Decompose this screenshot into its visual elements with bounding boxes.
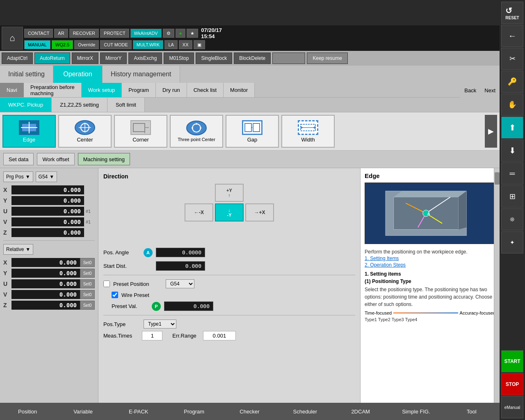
settings-icon-button[interactable]: ⚙	[163, 29, 174, 38]
set-data-button[interactable]: Set data	[3, 153, 34, 165]
z-set-button[interactable]: Set0	[80, 301, 95, 310]
y-set-button[interactable]: Set0	[80, 269, 95, 278]
x-set-button[interactable]: Set0	[80, 258, 95, 267]
pickup-edge-button[interactable]: Edge	[2, 115, 56, 148]
empty-button[interactable]	[272, 52, 305, 64]
autoreturn-button[interactable]: AutoReturn	[34, 52, 70, 64]
dir-minus-x-button[interactable]: ←-X	[185, 203, 213, 221]
pickup-3point-button[interactable]: Three point Center	[170, 115, 223, 148]
footer-variable[interactable]: Variable	[55, 403, 111, 420]
g54-dropdown[interactable]: G54 ▼	[36, 171, 57, 182]
back-button[interactable]: Back	[460, 83, 480, 98]
xx-button[interactable]: XX	[179, 40, 192, 49]
tab-checklist[interactable]: Check list	[187, 83, 224, 97]
manual-button[interactable]: MANUAL	[24, 40, 50, 49]
prg-pos-dropdown[interactable]: Prg Pos ▼	[3, 171, 33, 182]
err-range-input[interactable]	[203, 331, 236, 340]
m01stop-button[interactable]: M01Stop	[164, 52, 194, 64]
footer-position[interactable]: Position	[0, 403, 55, 420]
stop-button[interactable]: STOP	[501, 373, 523, 395]
footer-epack[interactable]: E-PACK	[111, 403, 167, 420]
meas-times-input[interactable]	[142, 331, 162, 340]
pickup-corner-button[interactable]: Corner	[114, 115, 167, 148]
blockdelete-button[interactable]: BlockDelete	[234, 52, 271, 64]
footer-tool[interactable]: Tool	[444, 403, 500, 420]
camera-button[interactable]: ⊞	[501, 185, 523, 208]
wire-preset-checkbox[interactable]	[112, 292, 118, 298]
wire-button[interactable]: ❊	[501, 208, 523, 231]
relative-dropdown[interactable]: Relative ▼	[3, 244, 33, 255]
work-offset-button[interactable]: Work offset	[37, 153, 74, 165]
cutmode-button[interactable]: CUT MODE	[100, 40, 131, 49]
footer-simplefig[interactable]: Simple FIG.	[388, 403, 444, 420]
download-button[interactable]: ⬇	[501, 139, 523, 162]
cut-button[interactable]: ✂	[501, 48, 523, 70]
ar-button[interactable]: AR	[54, 29, 68, 38]
tab-initial-setting[interactable]: Initial setting	[0, 66, 53, 83]
pickup-gap-button[interactable]: Gap	[226, 115, 279, 148]
protect-button[interactable]: PROTECT	[100, 29, 129, 38]
dir-minus-y-button[interactable]: ↓ -Y	[215, 203, 244, 221]
tab-operation[interactable]: Operation	[53, 66, 103, 83]
footer-scheduler[interactable]: Scheduler	[278, 403, 333, 420]
tab-wkpc-pickup[interactable]: WKPC. Pickup	[0, 98, 52, 112]
contact-button[interactable]: CONTACT	[24, 29, 53, 38]
footer-checker[interactable]: Checker	[222, 403, 277, 420]
machining-setting-button[interactable]: Machining setting	[78, 153, 130, 165]
tab-preparation[interactable]: Preparation beforemachning	[24, 83, 82, 97]
pos-angle-input[interactable]	[156, 248, 205, 257]
star-button[interactable]: ★	[187, 29, 198, 38]
next-button[interactable]: Next	[480, 83, 500, 98]
multwrk-button[interactable]: MULT.WRK	[133, 40, 164, 49]
adaptctrl-button[interactable]: AdaptCtrl	[2, 52, 33, 64]
tab-monitor[interactable]: Monitor	[224, 83, 255, 97]
hand-button[interactable]: ✋	[501, 94, 523, 116]
tab-navi[interactable]: Navi	[0, 83, 24, 97]
pickup-center-button[interactable]: Center	[58, 115, 112, 148]
mirrorx-button[interactable]: MirrorX	[72, 52, 98, 64]
start-button[interactable]: START	[501, 350, 523, 372]
status-dot-button[interactable]: ●	[176, 29, 186, 38]
tab-softlimit[interactable]: Soft limit	[107, 98, 145, 112]
help-link-2[interactable]: 2. Operation Steps	[365, 262, 495, 268]
singleblock-button[interactable]: SingleBlock	[196, 52, 232, 64]
pos-type-select[interactable]: Type1Type2Type3Type4	[144, 320, 176, 329]
key-button[interactable]: 🔑	[501, 71, 523, 93]
mirrory-button[interactable]: MirrorY	[100, 52, 127, 64]
start-dist-input[interactable]	[156, 261, 205, 271]
tab-history[interactable]: History management	[103, 66, 180, 83]
level-button[interactable]: ═	[501, 162, 523, 185]
recover-button[interactable]: RECOVER	[69, 29, 99, 38]
g54-select[interactable]: G54	[166, 279, 194, 288]
u-set-button[interactable]: Set0	[80, 279, 95, 288]
wq25-button[interactable]: WQ2.5	[52, 40, 73, 49]
preset-position-checkbox[interactable]	[103, 281, 110, 287]
tab-z1z2z5[interactable]: Z1,Z2,Z5 setting	[52, 98, 107, 112]
back-nav-button[interactable]: ←	[501, 25, 523, 47]
preset-val-input[interactable]	[164, 301, 213, 311]
spark-button[interactable]: ✦	[501, 231, 523, 253]
wkintadv-button[interactable]: WkAIntADV	[130, 29, 162, 38]
footer-2dcam[interactable]: 2DCAM	[333, 403, 388, 420]
pickup-width-button[interactable]: Width	[281, 115, 335, 148]
tab-work-setup[interactable]: Work setup	[82, 83, 122, 97]
tab-dryrun[interactable]: Dry run	[156, 83, 187, 97]
la-button[interactable]: LA	[164, 40, 177, 49]
axisexchg-button[interactable]: AxisExchg	[128, 52, 162, 64]
emanual-button[interactable]: eManual	[501, 396, 523, 418]
dir-plus-y-button[interactable]: +Y ↑	[215, 184, 244, 202]
keepresume-button[interactable]: Keep resume	[307, 52, 348, 64]
upload-button[interactable]: ⬆	[501, 116, 523, 139]
help-scroll-thumb[interactable]	[495, 172, 500, 185]
grid-button[interactable]: ▣	[194, 40, 205, 49]
tab-program[interactable]: Program	[122, 83, 156, 97]
help-scrollbar[interactable]: ▼ ↑	[494, 168, 500, 420]
override-button[interactable]: Override	[74, 40, 99, 49]
home-button[interactable]: ⌂	[2, 27, 23, 50]
reset-button[interactable]: ↺ RESET	[501, 2, 523, 24]
next-pickup-button[interactable]: ▶	[485, 115, 497, 148]
v-set-button[interactable]: Set0	[80, 290, 95, 299]
dir-plus-x-button[interactable]: →+X	[245, 203, 274, 221]
footer-program[interactable]: Program	[167, 403, 222, 420]
help-link-1[interactable]: 1. Setting Items	[365, 256, 495, 261]
